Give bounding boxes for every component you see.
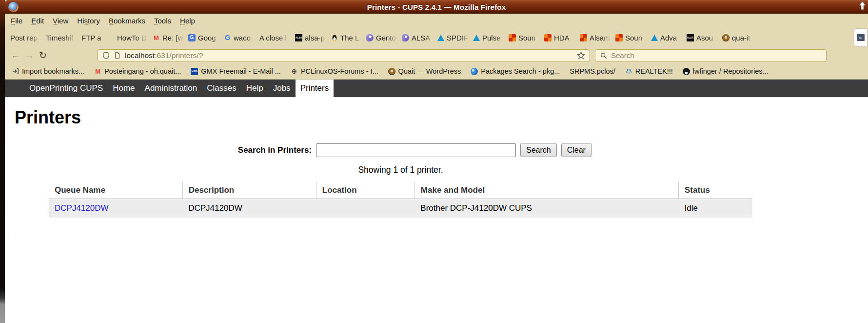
bookmark-label: Quait — WordPress [398,67,461,75]
cell-description: DCPJ4120DW [182,199,316,218]
arch-linux-icon [651,35,658,41]
tab-thumbnail: cu [857,34,865,41]
titlebar[interactable]: Printers - CUPS 2.4.1 — Mozilla Firefox [5,0,868,14]
globe-icon: ⊕ [291,68,298,75]
cups-nav-home[interactable]: Home [108,80,139,97]
menu-bookmarks[interactable]: Bookmarks [108,16,146,26]
tab[interactable]: HowTo D [116,28,151,47]
tab[interactable]: ALSAalsa-p [294,28,329,47]
tab[interactable]: HDA [543,28,578,47]
bookmark-import[interactable]: Import bookmarks... [12,67,84,75]
phoronix-icon [615,34,623,41]
gmail-icon: M [153,34,160,41]
bookmark-gmx[interactable]: GMXGMX Freemail - E-Mail ... [191,67,281,75]
tab[interactable]: ALSA [400,28,436,47]
menu-file[interactable]: File [10,16,23,26]
url-bar[interactable]: localhost:631/printers/? [98,49,590,62]
tab[interactable]: SPDIF [436,28,472,47]
tab-overflow-button[interactable]: cu [854,29,867,46]
printer-link[interactable]: DCPJ4120DW [55,203,109,213]
bookmark-label: Import bookmarks... [22,67,84,75]
tab[interactable]: Alsam [578,28,614,47]
firefox-window: Printers - CUPS 2.4.1 — Mozilla Firefox … [5,0,868,323]
tab[interactable]: Post rep [9,28,44,47]
bookmark-posteingang[interactable]: MPosteingang - oh.quait... [94,67,181,75]
bookmark-realtek[interactable]: REALTEK!!! [625,67,673,75]
menu-help[interactable]: Help [179,16,196,26]
forward-button[interactable]: → [22,50,36,61]
tab-title: Asou [696,34,719,42]
tab[interactable]: ALSAAsou [685,28,721,47]
tab[interactable]: MRe: [w [151,28,187,47]
header-description: Description [182,182,316,199]
url-text[interactable]: localhost:631/printers/? [125,51,573,60]
tab-title: ALSA [412,34,434,42]
bookmark-srpms[interactable]: SRPMS.pclos/ [570,67,615,75]
google-translate-icon: G [188,34,196,41]
tab-title: Soun [518,34,541,42]
header-location: Location [316,182,414,199]
bookmark-label: PCLinuxOS-Forums - I... [301,67,378,75]
tab-title: HowTo D [117,34,150,42]
cell-make-and-model: Brother DCP-J4120DW CUPS [414,199,678,218]
bookmark-label: SRPMS.pclos/ [570,67,615,75]
cups-nav-classes[interactable]: Classes [202,80,241,97]
tab-strip: Post rep Timeshif FTP a HowTo D MRe: [w … [5,28,868,47]
cups-nav-jobs[interactable]: Jobs [268,80,296,97]
search-in-printers-label: Search in Printers: [229,145,316,155]
tab[interactable]: Pulse [472,28,507,47]
back-button[interactable]: ← [9,50,22,61]
menu-tools[interactable]: Tools [153,16,172,26]
alsa-icon: ALSA [295,34,302,41]
tab[interactable]: Gwaco [222,28,258,47]
cups-nav-printers[interactable]: Printers [296,80,334,97]
tab[interactable]: FTP a [80,28,116,47]
search-bar[interactable] [595,49,827,62]
menu-edit[interactable]: Edit [30,16,45,26]
cups-nav-help[interactable]: Help [241,80,268,97]
bookmark-pclinuxos-forums[interactable]: ⊕PCLinuxOS-Forums - I... [291,67,378,75]
tab-title: Alsam [590,34,612,42]
tab[interactable]: Soun [507,28,543,47]
bookmark-lwfinger-repos[interactable]: lwfinger / Repositories... [683,67,769,75]
gmail-icon: M [94,68,101,75]
menu-view[interactable]: View [52,16,69,26]
bookmark-packages-search[interactable]: Packages Search - pkg... [471,67,560,75]
menu-history[interactable]: History [76,16,101,26]
bookmark-star-icon[interactable] [577,51,585,60]
tab[interactable]: qua-it [721,28,756,47]
search-button[interactable]: Search [520,143,557,157]
tab[interactable]: A close l [258,28,294,47]
cups-nav-openprinting[interactable]: OpenPrinting CUPS [24,80,108,97]
window-border [0,0,5,323]
tab-title: HDA [554,34,577,42]
tab[interactable]: The L [329,28,365,47]
tab[interactable]: Gento [365,28,400,47]
github-icon [683,68,690,75]
gentoo-icon [402,34,409,41]
google-icon: G [224,34,231,41]
shield-icon [102,52,110,59]
cups-nav-band: OpenPrinting CUPS Home Administration Cl… [5,80,868,97]
tab[interactable]: GGoog [187,28,222,47]
import-icon [12,68,19,75]
tab-title: qua-it [732,34,755,42]
tab[interactable]: Soun [614,28,650,47]
search-input[interactable] [611,51,822,60]
page-info-icon[interactable] [114,52,121,59]
bookmark-label: lwfinger / Repositories... [693,67,769,75]
clear-button[interactable]: Clear [561,143,592,157]
cups-nav-administration[interactable]: Administration [140,80,202,97]
tab-title: Post rep [10,34,43,42]
tab[interactable]: Timeshif [44,28,80,47]
gentoo-icon [366,34,374,41]
showing-count-text: Showing 1 of 1 printer. [49,165,752,175]
reload-button[interactable]: ↻ [36,50,50,61]
tab[interactable]: Adva [650,28,685,47]
tab-title: Pulse [482,34,506,42]
bookmark-quait-wordpress[interactable]: Quait — WordPress [388,67,461,75]
navigation-toolbar: ← → ↻ localhost:631/printers/? [5,47,868,63]
printer-search-input[interactable] [316,143,516,157]
bookmark-label: Packages Search - pkg... [481,67,560,75]
header-queue-name: Queue Name [49,182,182,199]
